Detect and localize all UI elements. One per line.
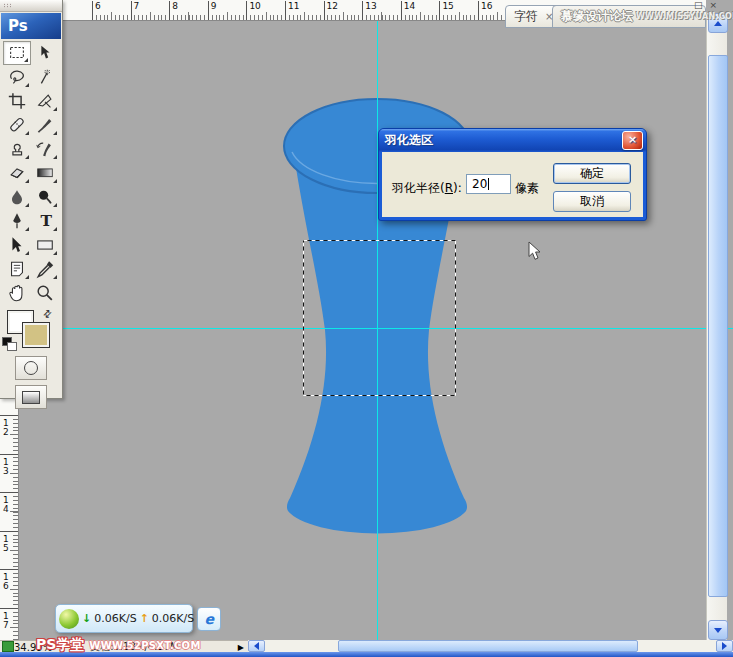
forum-watermark-name: 慕缘设计论坛	[561, 8, 633, 25]
blur-icon	[6, 187, 28, 207]
notes-icon	[6, 259, 28, 279]
feather-dialog-titlebar[interactable]: 羽化选区 ×	[379, 129, 646, 152]
type-icon: T	[34, 211, 56, 231]
status-expand-icon[interactable]: ▶	[238, 643, 244, 652]
upload-arrow-icon: ↑	[140, 612, 149, 625]
scrollbar-vertical[interactable]	[706, 13, 727, 640]
shape-icon	[34, 235, 56, 255]
tool-zoom[interactable]	[31, 281, 59, 305]
clone-stamp-icon	[6, 139, 28, 159]
feather-radius-input[interactable]: 20	[466, 174, 511, 194]
svg-text:T: T	[40, 211, 52, 230]
ruler-number: 1 3	[3, 458, 9, 476]
watermark-logo-icon	[2, 641, 14, 652]
tool-notes[interactable]	[3, 257, 31, 281]
tool-dodge[interactable]	[31, 185, 59, 209]
text-caret	[488, 178, 489, 190]
chevron-right-icon	[722, 642, 727, 650]
network-speed-widget[interactable]: ↓ 0.06K/S ↑ 0.06K/S e	[55, 604, 193, 633]
feather-radius-label: 羽化半径(R):	[392, 180, 462, 197]
slice-icon	[34, 91, 56, 111]
tool-shape[interactable]	[31, 233, 59, 257]
scroll-down-button[interactable]	[708, 620, 728, 640]
dodge-icon	[34, 187, 56, 207]
tool-pen[interactable]	[3, 209, 31, 233]
hand-icon	[6, 283, 28, 303]
unit-label: 像素	[515, 180, 539, 197]
dialog-title: 羽化选区	[385, 132, 433, 149]
maximize-icon[interactable]: □	[694, 0, 703, 10]
scrollbar-horizontal-thumb[interactable]	[338, 640, 638, 652]
swap-colors-icon[interactable]: ⇄	[40, 307, 54, 321]
download-arrow-icon: ↓	[82, 612, 91, 625]
background-color-swatch[interactable]	[22, 322, 50, 348]
ok-button[interactable]: 确定	[553, 163, 631, 184]
ruler-number: 16	[481, 1, 492, 11]
selection-marquee	[304, 241, 456, 396]
move-icon	[34, 43, 56, 63]
tool-path-select[interactable]	[3, 233, 31, 257]
antivirus-orb-icon	[59, 609, 79, 629]
tool-move[interactable]	[31, 41, 59, 65]
tool-eyedropper[interactable]	[31, 257, 59, 281]
tool-slice[interactable]	[31, 89, 59, 113]
tool-hand[interactable]	[3, 281, 31, 305]
selection-ants-white	[304, 241, 456, 396]
upload-speed: 0.06K/S	[152, 612, 194, 625]
toolbox-header[interactable]	[0, 0, 62, 12]
radius-label-key: R	[445, 181, 453, 195]
download-speed: 0.06K/S	[94, 612, 136, 625]
default-colors-icon[interactable]	[2, 337, 17, 350]
tool-clone-stamp[interactable]	[3, 137, 31, 161]
tool-rect-marquee[interactable]	[3, 41, 31, 65]
ruler-number: 10	[249, 1, 260, 11]
radius-label-post: ):	[453, 181, 462, 195]
ruler-number: 1 4	[3, 496, 9, 514]
tool-lasso[interactable]	[3, 65, 31, 89]
ruler-number: 1 7	[3, 612, 9, 630]
feather-dialog-body: 羽化半径(R): 20 像素 确定 取消	[382, 152, 643, 217]
history-brush-icon	[34, 139, 56, 159]
screen-mode-button[interactable]	[15, 385, 47, 409]
toolbox-palette: Ps T ⇄	[0, 0, 63, 399]
quick-mask-button[interactable]	[15, 356, 47, 380]
ruler-number: 9	[211, 1, 217, 11]
chevron-down-icon	[714, 628, 722, 633]
tool-brush[interactable]	[31, 113, 59, 137]
scrollbar-horizontal[interactable]	[248, 640, 733, 652]
brush-icon	[34, 115, 56, 135]
tab-forum[interactable]: 慕缘设计论坛 WWW.MISSYUAN.COM	[552, 5, 706, 28]
tool-type[interactable]: T	[31, 209, 59, 233]
quick-mask-icon	[24, 361, 38, 375]
cancel-button[interactable]: 取消	[553, 191, 631, 212]
gradient-icon	[34, 163, 56, 183]
path-select-icon	[6, 235, 28, 255]
ruler-number: 14	[404, 1, 415, 11]
close-icon[interactable]: ×	[709, 0, 717, 10]
scroll-left-button[interactable]	[248, 640, 265, 652]
tool-crop[interactable]	[3, 89, 31, 113]
chevron-left-icon	[254, 642, 259, 650]
tool-gradient[interactable]	[31, 161, 59, 185]
color-swatches: ⇄	[0, 309, 62, 351]
tab-character-label: 字符	[514, 8, 538, 25]
eraser-icon	[6, 163, 28, 183]
photoshop-logo: Ps	[1, 13, 61, 39]
tool-eraser[interactable]	[3, 161, 31, 185]
canvas-overlay	[0, 0, 733, 657]
zoom-icon	[34, 283, 56, 303]
healing-brush-icon	[6, 115, 28, 135]
radius-label-pre: 羽化半径(	[392, 181, 445, 195]
tool-healing-brush[interactable]	[3, 113, 31, 137]
tool-blur[interactable]	[3, 185, 31, 209]
mouse-cursor	[528, 241, 541, 261]
tool-magic-wand[interactable]	[31, 65, 59, 89]
scrollbar-vertical-thumb[interactable]	[708, 55, 728, 597]
eyedropper-icon	[34, 259, 56, 279]
ruler-number: 1 2	[3, 419, 9, 437]
dialog-close-button[interactable]: ×	[622, 131, 643, 150]
scroll-right-button[interactable]	[716, 640, 733, 652]
tool-history-brush[interactable]	[31, 137, 59, 161]
ruler-number: 12	[327, 1, 338, 11]
internet-explorer-icon[interactable]: e	[197, 607, 221, 631]
